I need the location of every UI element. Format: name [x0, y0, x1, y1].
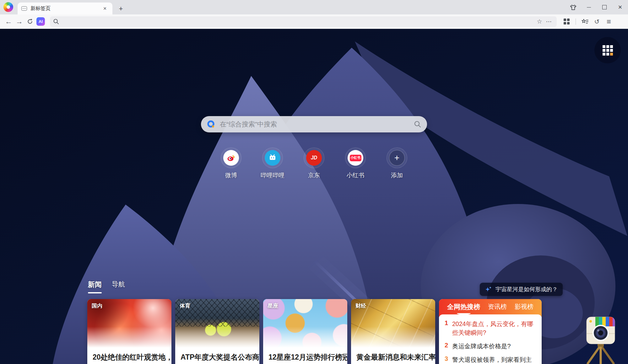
- new-tab-button[interactable]: [117, 5, 125, 13]
- news-card-title: 20处绝佳的红叶观赏地，: [87, 349, 171, 362]
- tab-news[interactable]: 新闻: [88, 280, 102, 293]
- theme-skin-button[interactable]: [565, 0, 581, 14]
- news-card[interactable]: 体育 ATP年度大奖提名公布商: [175, 299, 259, 364]
- camera-widget[interactable]: [580, 315, 619, 364]
- quick-link-ring: [262, 147, 283, 168]
- weibo-icon: [223, 150, 239, 166]
- hot-text: 奥运金牌成本价格是?: [452, 342, 536, 351]
- address-search-icon: [53, 19, 59, 24]
- news-card-title: 12星座12月运势排行榜冠: [263, 349, 347, 362]
- jd-icon: [306, 150, 322, 166]
- search-submit-icon[interactable]: [414, 120, 421, 128]
- hot-tab-info[interactable]: 资讯榜: [488, 302, 507, 311]
- maximize-button[interactable]: [597, 0, 612, 14]
- quick-link-add[interactable]: 添加: [378, 147, 416, 179]
- minimize-button[interactable]: [581, 0, 597, 14]
- news-card[interactable]: 财经 黄金最新消息和未来汇率: [351, 299, 435, 364]
- quick-link-xiaohongshu[interactable]: 小红书: [337, 147, 374, 179]
- bilibili-icon: [265, 150, 280, 166]
- apps-grid-icon: [564, 19, 570, 24]
- tab-navigation-label: 导航: [112, 280, 125, 289]
- hot-rank: 3: [445, 355, 452, 364]
- window-close-button[interactable]: [612, 0, 628, 14]
- quick-link-label: 小红书: [347, 171, 365, 179]
- tshirt-icon: [570, 4, 577, 10]
- hot-tab-label: 影视榜: [515, 303, 533, 310]
- hot-rank: 1: [445, 319, 452, 337]
- new-tab-page: 微博 哔哩哔哩 京东 小红书 添加: [0, 29, 628, 364]
- page-apps-button[interactable]: [594, 37, 621, 63]
- tab-close-button[interactable]: [101, 5, 109, 12]
- address-input[interactable]: [62, 19, 535, 24]
- xiaohongshu-icon: [348, 150, 363, 166]
- refresh-button[interactable]: [24, 16, 35, 27]
- hot-item[interactable]: 3 警犬退役被领养，到家看到主人竟是昔日训练员，放飞自我了: [445, 355, 536, 364]
- hot-tab-smile-underline: [457, 312, 471, 315]
- browser-window: { "browser": { "tab_title": "新标签页", "ai_…: [0, 0, 628, 364]
- window-controls: [565, 0, 628, 14]
- quick-link-label: 添加: [391, 171, 403, 179]
- sparkle-icon: [485, 286, 492, 293]
- quick-link-ring: [221, 147, 241, 168]
- menu-button[interactable]: [604, 16, 614, 27]
- card-category-tag: 财经: [355, 302, 366, 309]
- forward-button[interactable]: [14, 16, 24, 27]
- hot-text: 2024年盘点，风云变化，有哪些关键瞬间?: [452, 319, 536, 337]
- tab-navigation[interactable]: 导航: [112, 280, 125, 293]
- card-category-tag: 体育: [180, 302, 190, 309]
- news-card[interactable]: 星座 12星座12月运势排行榜冠: [263, 299, 347, 364]
- favorites-button[interactable]: [580, 16, 590, 27]
- quick-link-ring: [387, 147, 407, 168]
- quick-links: 微博 哔哩哔哩 京东 小红书 添加: [212, 147, 416, 179]
- browser-logo-icon: [3, 2, 13, 12]
- address-more-button[interactable]: [544, 17, 554, 26]
- quick-link-jd[interactable]: 京东: [295, 147, 333, 179]
- hot-item[interactable]: 1 2024年盘点，风云变化，有哪些关键瞬间?: [445, 319, 536, 337]
- hot-tab-label: 全网热搜榜: [447, 303, 480, 310]
- quick-link-label: 微博: [225, 171, 237, 179]
- quick-link-ring: [304, 147, 324, 168]
- news-cards-row: 国内 20处绝佳的红叶观赏地， 体育 ATP年度大奖提名公布商 星座 12星座1…: [87, 299, 542, 364]
- hot-rank: 2: [445, 342, 452, 351]
- back-button[interactable]: [3, 16, 14, 27]
- address-bar[interactable]: [50, 16, 557, 27]
- main-search: [201, 116, 427, 132]
- hot-tab-label: 资讯榜: [488, 303, 507, 310]
- tab-news-label: 新闻: [88, 280, 102, 289]
- quick-link-ring: [345, 147, 366, 168]
- hot-tab-movies[interactable]: 影视榜: [515, 302, 533, 311]
- assistant-bubble-text: 宇宙星河是如何形成的？: [495, 286, 558, 293]
- refresh-icon: [27, 18, 33, 25]
- quick-link-bilibili[interactable]: 哔哩哔哩: [254, 147, 291, 179]
- news-card-title: 黄金最新消息和未来汇率: [351, 349, 435, 362]
- active-tab-underline: [88, 292, 102, 293]
- ai-assistant-button[interactable]: AI: [36, 17, 45, 26]
- card-category-tag: 星座: [268, 302, 278, 309]
- quick-link-label: 京东: [308, 171, 320, 179]
- page-apps-grid-icon: [603, 45, 613, 56]
- quick-link-weibo[interactable]: 微博: [212, 147, 250, 179]
- hot-list: 1 2024年盘点，风云变化，有哪些关键瞬间? 2 奥运金牌成本价格是? 3 警…: [439, 314, 542, 364]
- hot-search-panel: 全网热搜榜 资讯榜 影视榜 1 2024年盘点，风云变化，有哪些关键瞬间? 2 …: [439, 299, 542, 364]
- quick-link-label: 哔哩哔哩: [261, 171, 284, 179]
- add-icon: [389, 150, 405, 166]
- hot-item[interactable]: 2 奥运金牌成本价格是?: [445, 342, 536, 351]
- section-tabs: 新闻 导航: [88, 280, 125, 293]
- tab-new-page[interactable]: 新标签页: [18, 3, 112, 14]
- favorites-star-list-icon: [582, 19, 589, 25]
- bookmark-star-button[interactable]: [535, 17, 544, 26]
- titlebar: 新标签页: [0, 0, 628, 14]
- toolbar-separator: [576, 19, 576, 25]
- toolbar: AI: [0, 14, 628, 29]
- recently-closed-button[interactable]: [592, 16, 602, 27]
- hot-tab-all[interactable]: 全网热搜榜: [447, 302, 480, 311]
- search-engine-icon[interactable]: [207, 120, 215, 129]
- search-input[interactable]: [220, 120, 414, 128]
- toolbar-right: [561, 16, 614, 27]
- news-card[interactable]: 国内 20处绝佳的红叶观赏地，: [87, 299, 171, 364]
- news-card-title: ATP年度大奖提名公布商: [175, 349, 259, 362]
- apps-button[interactable]: [561, 16, 572, 27]
- assistant-suggestion-bubble[interactable]: 宇宙星河是如何形成的？: [480, 283, 563, 296]
- card-category-tag: 国内: [92, 302, 102, 309]
- tab-title: 新标签页: [30, 5, 101, 12]
